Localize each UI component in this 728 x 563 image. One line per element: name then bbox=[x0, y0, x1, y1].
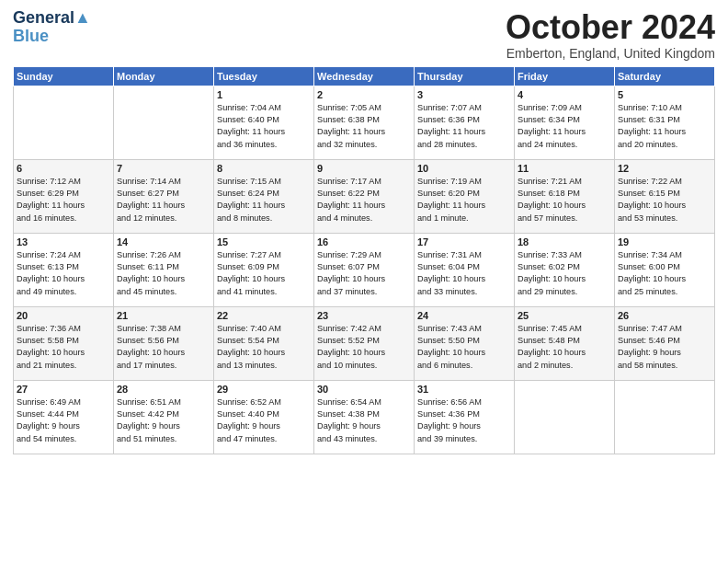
day-info: Sunrise: 7:33 AM Sunset: 6:02 PM Dayligh… bbox=[518, 249, 611, 298]
week-row-3: 13Sunrise: 7:24 AM Sunset: 6:13 PM Dayli… bbox=[14, 233, 715, 306]
day-info: Sunrise: 7:22 AM Sunset: 6:15 PM Dayligh… bbox=[618, 176, 711, 224]
day-info: Sunrise: 7:07 AM Sunset: 6:36 PM Dayligh… bbox=[417, 102, 511, 151]
day-info: Sunrise: 7:14 AM Sunset: 6:27 PM Dayligh… bbox=[117, 176, 210, 224]
calendar-header-row: SundayMondayTuesdayWednesdayThursdayFrid… bbox=[14, 66, 715, 86]
day-info: Sunrise: 7:47 AM Sunset: 5:46 PM Dayligh… bbox=[618, 323, 711, 372]
column-header-saturday: Saturday bbox=[615, 66, 715, 86]
day-cell: 12Sunrise: 7:22 AM Sunset: 6:15 PM Dayli… bbox=[615, 159, 715, 233]
day-cell bbox=[14, 86, 114, 159]
day-info: Sunrise: 7:40 AM Sunset: 5:54 PM Dayligh… bbox=[217, 323, 311, 372]
day-info: Sunrise: 7:43 AM Sunset: 5:50 PM Dayligh… bbox=[417, 323, 511, 372]
day-info: Sunrise: 6:54 AM Sunset: 4:38 PM Dayligh… bbox=[317, 396, 411, 445]
day-info: Sunrise: 6:51 AM Sunset: 4:42 PM Dayligh… bbox=[117, 396, 210, 445]
day-info: Sunrise: 7:29 AM Sunset: 6:07 PM Dayligh… bbox=[317, 249, 411, 298]
week-row-2: 6Sunrise: 7:12 AM Sunset: 6:29 PM Daylig… bbox=[14, 159, 715, 233]
day-cell: 3Sunrise: 7:07 AM Sunset: 6:36 PM Daylig… bbox=[415, 86, 515, 159]
day-number: 19 bbox=[618, 236, 711, 247]
day-number: 1 bbox=[217, 89, 311, 100]
day-cell: 6Sunrise: 7:12 AM Sunset: 6:29 PM Daylig… bbox=[14, 159, 114, 233]
week-row-4: 20Sunrise: 7:36 AM Sunset: 5:58 PM Dayli… bbox=[14, 306, 715, 380]
day-number: 25 bbox=[518, 310, 611, 321]
day-info: Sunrise: 7:31 AM Sunset: 6:04 PM Dayligh… bbox=[417, 249, 511, 298]
location-subtitle: Emberton, England, United Kingdom bbox=[506, 46, 715, 61]
day-cell: 18Sunrise: 7:33 AM Sunset: 6:02 PM Dayli… bbox=[515, 233, 615, 306]
day-cell: 31Sunrise: 6:56 AM Sunset: 4:36 PM Dayli… bbox=[415, 380, 515, 454]
day-cell: 17Sunrise: 7:31 AM Sunset: 6:04 PM Dayli… bbox=[415, 233, 515, 306]
day-info: Sunrise: 7:26 AM Sunset: 6:11 PM Dayligh… bbox=[117, 249, 210, 298]
day-cell: 10Sunrise: 7:19 AM Sunset: 6:20 PM Dayli… bbox=[415, 159, 515, 233]
logo-blue: Blue bbox=[13, 28, 49, 46]
day-info: Sunrise: 6:49 AM Sunset: 4:44 PM Dayligh… bbox=[17, 396, 110, 445]
day-cell bbox=[515, 380, 615, 454]
day-number: 8 bbox=[217, 163, 311, 174]
page: General▲ Blue October 2024 Emberton, Eng… bbox=[0, 0, 728, 563]
day-cell: 23Sunrise: 7:42 AM Sunset: 5:52 PM Dayli… bbox=[314, 306, 415, 380]
day-number: 9 bbox=[317, 163, 411, 174]
day-number: 17 bbox=[417, 236, 511, 247]
day-cell: 29Sunrise: 6:52 AM Sunset: 4:40 PM Dayli… bbox=[214, 380, 314, 454]
column-header-sunday: Sunday bbox=[14, 66, 114, 86]
day-number: 5 bbox=[618, 89, 711, 100]
day-info: Sunrise: 7:21 AM Sunset: 6:18 PM Dayligh… bbox=[518, 176, 611, 224]
day-info: Sunrise: 7:12 AM Sunset: 6:29 PM Dayligh… bbox=[17, 176, 110, 224]
day-cell: 15Sunrise: 7:27 AM Sunset: 6:09 PM Dayli… bbox=[214, 233, 314, 306]
day-number: 23 bbox=[317, 310, 411, 321]
title-block: October 2024 Emberton, England, United K… bbox=[506, 9, 715, 61]
day-info: Sunrise: 7:34 AM Sunset: 6:00 PM Dayligh… bbox=[618, 249, 711, 298]
day-info: Sunrise: 7:38 AM Sunset: 5:56 PM Dayligh… bbox=[117, 323, 210, 372]
day-number: 4 bbox=[518, 89, 611, 100]
day-cell: 7Sunrise: 7:14 AM Sunset: 6:27 PM Daylig… bbox=[114, 159, 214, 233]
day-number: 3 bbox=[417, 89, 511, 100]
day-cell: 19Sunrise: 7:34 AM Sunset: 6:00 PM Dayli… bbox=[615, 233, 715, 306]
logo-text: General▲ bbox=[13, 9, 91, 28]
column-header-friday: Friday bbox=[515, 66, 615, 86]
day-info: Sunrise: 7:19 AM Sunset: 6:20 PM Dayligh… bbox=[417, 176, 511, 224]
day-info: Sunrise: 7:24 AM Sunset: 6:13 PM Dayligh… bbox=[17, 249, 110, 298]
day-cell bbox=[114, 86, 214, 159]
week-row-5: 27Sunrise: 6:49 AM Sunset: 4:44 PM Dayli… bbox=[14, 380, 715, 454]
day-info: Sunrise: 7:27 AM Sunset: 6:09 PM Dayligh… bbox=[217, 249, 311, 298]
day-info: Sunrise: 7:09 AM Sunset: 6:34 PM Dayligh… bbox=[518, 102, 611, 151]
day-info: Sunrise: 6:56 AM Sunset: 4:36 PM Dayligh… bbox=[417, 396, 511, 445]
day-cell: 30Sunrise: 6:54 AM Sunset: 4:38 PM Dayli… bbox=[314, 380, 415, 454]
day-number: 14 bbox=[117, 236, 210, 247]
day-cell: 9Sunrise: 7:17 AM Sunset: 6:22 PM Daylig… bbox=[314, 159, 415, 233]
day-info: Sunrise: 7:10 AM Sunset: 6:31 PM Dayligh… bbox=[618, 102, 711, 151]
day-number: 22 bbox=[217, 310, 311, 321]
day-cell: 11Sunrise: 7:21 AM Sunset: 6:18 PM Dayli… bbox=[515, 159, 615, 233]
day-cell bbox=[615, 380, 715, 454]
week-row-1: 1Sunrise: 7:04 AM Sunset: 6:40 PM Daylig… bbox=[14, 86, 715, 159]
day-number: 13 bbox=[17, 236, 110, 247]
day-cell: 16Sunrise: 7:29 AM Sunset: 6:07 PM Dayli… bbox=[314, 233, 415, 306]
day-number: 10 bbox=[417, 163, 511, 174]
day-cell: 2Sunrise: 7:05 AM Sunset: 6:38 PM Daylig… bbox=[314, 86, 415, 159]
day-cell: 14Sunrise: 7:26 AM Sunset: 6:11 PM Dayli… bbox=[114, 233, 214, 306]
calendar-body: 1Sunrise: 7:04 AM Sunset: 6:40 PM Daylig… bbox=[14, 86, 715, 454]
day-cell: 22Sunrise: 7:40 AM Sunset: 5:54 PM Dayli… bbox=[214, 306, 314, 380]
day-number: 28 bbox=[117, 384, 210, 395]
day-number: 29 bbox=[217, 384, 311, 395]
day-info: Sunrise: 7:42 AM Sunset: 5:52 PM Dayligh… bbox=[317, 323, 411, 372]
day-cell: 5Sunrise: 7:10 AM Sunset: 6:31 PM Daylig… bbox=[615, 86, 715, 159]
day-cell: 13Sunrise: 7:24 AM Sunset: 6:13 PM Dayli… bbox=[14, 233, 114, 306]
day-number: 15 bbox=[217, 236, 311, 247]
day-cell: 21Sunrise: 7:38 AM Sunset: 5:56 PM Dayli… bbox=[114, 306, 214, 380]
day-number: 21 bbox=[117, 310, 210, 321]
calendar-table: SundayMondayTuesdayWednesdayThursdayFrid… bbox=[13, 66, 715, 454]
day-info: Sunrise: 6:52 AM Sunset: 4:40 PM Dayligh… bbox=[217, 396, 311, 445]
day-info: Sunrise: 7:17 AM Sunset: 6:22 PM Dayligh… bbox=[317, 176, 411, 224]
day-number: 24 bbox=[417, 310, 511, 321]
day-cell: 8Sunrise: 7:15 AM Sunset: 6:24 PM Daylig… bbox=[214, 159, 314, 233]
day-cell: 26Sunrise: 7:47 AM Sunset: 5:46 PM Dayli… bbox=[615, 306, 715, 380]
day-number: 30 bbox=[317, 384, 411, 395]
day-cell: 28Sunrise: 6:51 AM Sunset: 4:42 PM Dayli… bbox=[114, 380, 214, 454]
day-number: 18 bbox=[518, 236, 611, 247]
day-cell: 24Sunrise: 7:43 AM Sunset: 5:50 PM Dayli… bbox=[415, 306, 515, 380]
day-cell: 20Sunrise: 7:36 AM Sunset: 5:58 PM Dayli… bbox=[14, 306, 114, 380]
day-number: 7 bbox=[117, 163, 210, 174]
day-number: 26 bbox=[618, 310, 711, 321]
day-info: Sunrise: 7:36 AM Sunset: 5:58 PM Dayligh… bbox=[17, 323, 110, 372]
day-info: Sunrise: 7:05 AM Sunset: 6:38 PM Dayligh… bbox=[317, 102, 411, 151]
day-number: 6 bbox=[17, 163, 110, 174]
day-info: Sunrise: 7:04 AM Sunset: 6:40 PM Dayligh… bbox=[217, 102, 311, 151]
